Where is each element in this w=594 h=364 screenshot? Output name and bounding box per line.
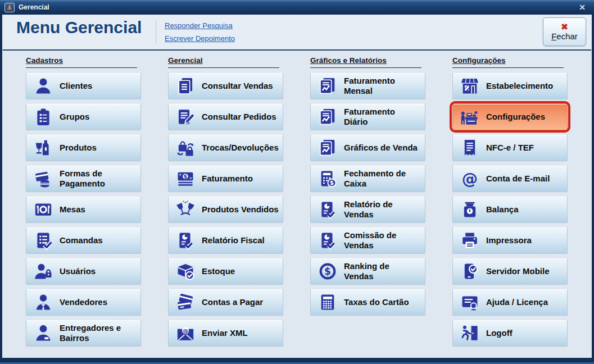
- header: Menu Gerencial Responder Pesquisa Escrev…: [3, 15, 591, 51]
- menu-button-faturamento[interactable]: Faturamento: [168, 165, 283, 192]
- wine-bottle-glass-icon: [34, 138, 53, 157]
- menu-button-label: Estabelecimento: [486, 81, 553, 91]
- red-x-icon: ✖: [561, 22, 568, 31]
- menu-button-estoque[interactable]: Estoque: [168, 258, 283, 285]
- menu-button-label: Estoque: [202, 266, 235, 276]
- exit-door-icon: [460, 324, 479, 343]
- phone-check-icon: [460, 262, 479, 281]
- envelope-at-icon: [176, 324, 195, 343]
- menu-button-label: NFC-e / TEF: [486, 143, 534, 153]
- menu-button-label: Taxas do Cartão: [344, 297, 409, 307]
- menu-button-impressora[interactable]: Impressora: [452, 227, 568, 254]
- menu-button-conta-de-email[interactable]: Conta de E-mail: [452, 165, 568, 192]
- menu-button-grupos[interactable]: Grupos: [26, 103, 141, 130]
- menu-button-label: Trocas/Devoluções: [202, 143, 279, 153]
- report-check-icon: [176, 231, 195, 250]
- menu-button-label: Enviar XML: [202, 328, 248, 338]
- license-certificate-icon: [460, 293, 479, 312]
- calculator-icon: [318, 293, 337, 312]
- menu-button-contas-a-pagar[interactable]: Contas a Pagar: [168, 289, 283, 316]
- menu-button-mesas[interactable]: Mesas: [26, 196, 141, 223]
- menu-button-label: Faturamento Diário: [344, 107, 395, 127]
- menu-button-nfc-e-tef[interactable]: NFC-e / TEF: [452, 134, 568, 161]
- link-responder-pesquisa[interactable]: Responder Pesquisa: [165, 21, 235, 30]
- menu-button-clientes[interactable]: Clientes: [26, 72, 141, 99]
- menu-button-label: Consultar Pedidos: [202, 112, 276, 122]
- menu-button-label: Fechamento de Caixa: [344, 169, 406, 189]
- menu-button-label: Produtos: [60, 143, 97, 153]
- dollar-circle-icon: [318, 262, 337, 281]
- document-pencil-icon: [176, 107, 195, 126]
- group-header-cadastros: Cadastros: [26, 56, 137, 68]
- link-escrever-depoimento[interactable]: Escrever Depoimento: [165, 34, 235, 43]
- menu-button-label: Relatório Fiscal: [202, 235, 265, 245]
- column-configuracoes: Configurações Estabelecimento Configuraç…: [452, 56, 568, 357]
- window-close-icon[interactable]: ✕: [575, 3, 590, 12]
- menu-button-formas-de-pagamento[interactable]: Formas de Pagamento: [26, 165, 141, 192]
- card-coins-icon: [34, 169, 53, 188]
- receipt-icon: [460, 138, 479, 157]
- menu-button-logoff[interactable]: Logoff: [452, 320, 568, 347]
- menu-button-consultar-pedidos[interactable]: Consultar Pedidos: [168, 103, 283, 130]
- menu-button-ajuda-licenca[interactable]: Ajuda / Licença: [452, 289, 568, 316]
- menu-button-vendedores[interactable]: Vendedores: [26, 289, 141, 316]
- app-icon: [4, 3, 15, 12]
- menu-button-relatorio-de-vendas[interactable]: Relatório de Vendas: [310, 196, 425, 223]
- calculator-dollar-icon: [318, 169, 337, 188]
- header-divider: [156, 20, 156, 44]
- window-title: Gerencial: [19, 3, 49, 11]
- credit-cards-icon: [176, 293, 195, 312]
- menu-button-graficos-de-venda[interactable]: Gráficos de Venda: [310, 134, 425, 161]
- menu-button-label: Contas a Pagar: [202, 297, 263, 307]
- menu-button-usuarios[interactable]: Usuários: [26, 258, 141, 285]
- menu-button-label: Gráficos de Venda: [344, 143, 418, 153]
- menu-button-label: Impressora: [486, 235, 532, 245]
- menu-button-label: Formas de Pagamento: [60, 169, 105, 189]
- menu-button-enviar-xml[interactable]: Enviar XML: [168, 320, 283, 347]
- weighing-scale-icon: [460, 200, 479, 219]
- menu-button-label: Relatório de Vendas: [344, 199, 393, 220]
- menu-button-configuracoes-highlighted[interactable]: Configurações: [452, 103, 568, 130]
- menu-button-label: Vendedores: [60, 297, 107, 307]
- menu-button-label: Comissão de Vendas: [344, 230, 396, 251]
- menu-grid: Cadastros Clientes Grupos Produtos Forma…: [3, 51, 591, 357]
- menu-button-comandas[interactable]: Comandas: [26, 227, 141, 254]
- checklist-icon: [34, 231, 53, 250]
- menu-button-consultar-vendas[interactable]: Consultar Vendas: [168, 72, 283, 99]
- menu-button-label: Balança: [486, 204, 519, 215]
- menu-button-label: Usuários: [60, 266, 96, 276]
- clipboard-list-icon: [34, 107, 53, 126]
- menu-button-ranking-de-vendas[interactable]: Ranking de Vendas: [310, 258, 425, 285]
- chart-report-icon: [318, 76, 337, 95]
- column-cadastros: Cadastros Clientes Grupos Produtos Forma…: [26, 56, 141, 357]
- fechar-button-label: Fechar: [551, 31, 578, 42]
- menu-button-relatorio-fiscal[interactable]: Relatório Fiscal: [168, 227, 283, 254]
- menu-button-taxas-do-cartao[interactable]: Taxas do Cartão: [310, 289, 425, 316]
- wine-glasses-icon: [176, 200, 195, 219]
- storefront-icon: [460, 76, 479, 95]
- menu-button-faturamento-diario[interactable]: Faturamento Diário: [310, 103, 425, 130]
- menu-button-faturamento-mensal[interactable]: Faturamento Mensal: [310, 72, 425, 99]
- menu-button-comissao-de-vendas[interactable]: Comissão de Vendas: [310, 227, 425, 254]
- menu-button-label: Comandas: [60, 235, 103, 245]
- menu-button-entregadores-e-bairros[interactable]: Entregadores e Bairros: [26, 320, 141, 347]
- cashier-desk-icon: [460, 107, 479, 126]
- menu-button-label: Configurações: [486, 112, 545, 122]
- menu-button-servidor-mobile[interactable]: Servidor Mobile: [452, 258, 568, 285]
- column-graficos-e-relatorios: Gráficos e Relatórios Faturamento Mensal…: [310, 56, 425, 357]
- fechar-button[interactable]: ✖ Fechar: [543, 17, 586, 46]
- chart-report-icon: [318, 138, 337, 157]
- report-check-icon: [318, 200, 337, 219]
- menu-button-label: Conta de E-mail: [486, 174, 550, 184]
- menu-button-produtos[interactable]: Produtos: [26, 134, 141, 161]
- menu-button-produtos-vendidos[interactable]: Produtos Vendidos: [168, 196, 283, 223]
- menu-button-trocas-devolucoes[interactable]: Trocas/Devoluções: [168, 134, 283, 161]
- menu-button-estabelecimento[interactable]: Estabelecimento: [452, 72, 568, 99]
- group-header-graficos-e-relatorios: Gráficos e Relatórios: [310, 56, 421, 68]
- menu-button-label: Faturamento: [202, 174, 253, 184]
- menu-button-balanca[interactable]: Balança: [452, 196, 568, 223]
- menu-button-label: Logoff: [486, 328, 513, 338]
- group-header-gerencial: Gerencial: [168, 56, 279, 68]
- menu-button-fechamento-de-caixa[interactable]: Fechamento de Caixa: [310, 165, 425, 192]
- group-header-configuracoes: Configurações: [452, 56, 564, 68]
